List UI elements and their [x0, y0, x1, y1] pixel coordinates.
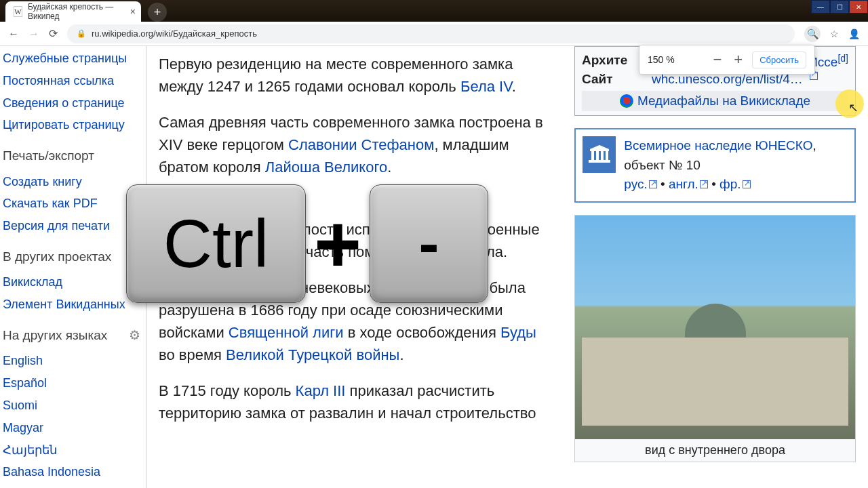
cursor-icon: ↖ [848, 100, 859, 115]
svg-rect-5 [606, 151, 608, 160]
lock-icon: 🔒 [77, 29, 86, 38]
url-text: ru.wikipedia.org/wiki/Будайская_крепость [92, 28, 257, 39]
sidebar-lang[interactable]: Bahasa Indonesia [3, 462, 140, 482]
close-window-button[interactable]: ✕ [849, 0, 868, 14]
sidebar-link[interactable]: Скачать как PDF [3, 194, 140, 214]
infobox-label-site: Сайт [582, 72, 646, 87]
sidebar-link[interactable]: Викисклад [3, 272, 140, 292]
back-button[interactable]: ← [8, 28, 19, 40]
external-link[interactable]: рус. [624, 177, 647, 191]
image-thumbnail[interactable]: вид с внутреннего двора [574, 215, 856, 462]
svg-rect-2 [591, 151, 594, 160]
svg-rect-3 [596, 151, 599, 160]
minimize-button[interactable]: — [811, 0, 830, 14]
close-tab-icon[interactable]: × [130, 6, 136, 17]
external-link-icon [743, 180, 751, 188]
browser-tab[interactable]: W Будайская крепость — Википед × [5, 1, 141, 22]
window-controls: — ☐ ✕ [811, 0, 868, 14]
sidebar-lang[interactable]: English [3, 351, 140, 371]
ctrl-key: Ctrl [126, 184, 306, 303]
bookmark-star-icon[interactable]: ☆ [830, 28, 839, 39]
infobox-label-architect: Архите [582, 53, 646, 70]
sidebar-heading-languages: На других языках ⚙ [3, 325, 140, 347]
wikilink[interactable]: Карл III [296, 382, 346, 399]
profile-icon[interactable]: 👤 [848, 28, 860, 39]
tab-title: Будайская крепость — Википед [28, 2, 121, 21]
svg-rect-4 [601, 151, 604, 160]
castle-photo [575, 216, 855, 439]
sidebar-lang[interactable]: Português [3, 485, 140, 488]
wikipedia-sidebar: Служебные страницы Постоянная ссылка Све… [0, 46, 146, 488]
browser-toolbar: ← → ⟳ 🔒 ru.wikipedia.org/wiki/Будайская_… [0, 22, 868, 46]
commons-icon [620, 94, 633, 108]
external-link[interactable]: англ. [669, 177, 698, 191]
external-link-icon [649, 180, 657, 188]
sidebar-lang[interactable]: Español [3, 373, 140, 393]
minus-key: - [370, 184, 488, 303]
forward-button[interactable]: → [28, 28, 39, 40]
image-caption: вид с внутреннего двора [575, 439, 855, 462]
sidebar-link[interactable]: Цитировать страницу [3, 115, 140, 135]
wikilink[interactable]: Буды [500, 324, 536, 341]
zoom-value: 150 % [648, 54, 703, 65]
zoom-popup: 150 % − + Сбросить [639, 45, 815, 75]
sidebar-heading-projects: В других проектах [3, 247, 140, 268]
zoom-reset-button[interactable]: Сбросить [752, 52, 806, 68]
svg-rect-1 [590, 149, 609, 151]
browser-tab-strip: W Будайская крепость — Википед × + — ☐ ✕ [0, 0, 868, 22]
wikilink[interactable]: Великой Турецкой войны [226, 346, 399, 363]
zoom-indicator-icon[interactable]: 🔍 [804, 26, 821, 42]
sidebar-link[interactable]: Постоянная ссылка [3, 71, 140, 91]
svg-marker-6 [590, 145, 609, 149]
sidebar-heading-print: Печать/экспорт [3, 146, 140, 167]
new-tab-button[interactable]: + [148, 3, 167, 22]
external-link[interactable]: фр. [719, 177, 741, 191]
zoom-in-button[interactable]: + [731, 51, 745, 68]
external-link-icon [700, 180, 708, 188]
unesco-box: Всемирное наследие ЮНЕСКО, объект № 10 р… [574, 128, 856, 203]
wikilink[interactable]: Всемирное наследие ЮНЕСКО [624, 138, 812, 152]
svg-rect-0 [589, 160, 610, 163]
address-bar[interactable]: 🔒 ru.wikipedia.org/wiki/Будайская_крепос… [67, 24, 795, 43]
wikilink[interactable]: Славонии Стефаном [288, 136, 434, 153]
sidebar-link[interactable]: Сведения о странице [3, 94, 140, 113]
sidebar-lang[interactable]: Հայերեն [3, 441, 140, 460]
reload-button[interactable]: ⟳ [49, 27, 58, 40]
gear-icon[interactable]: ⚙ [129, 325, 140, 346]
wikilink[interactable]: Священной лиги [229, 324, 344, 341]
unesco-logo-icon [583, 136, 616, 173]
wikipedia-favicon: W [14, 6, 22, 17]
sidebar-lang[interactable]: Suomi [3, 396, 140, 415]
zoom-out-button[interactable]: − [710, 51, 724, 68]
sidebar-link[interactable]: Элемент Викиданных [3, 295, 140, 314]
sidebar-link[interactable]: Версия для печати [3, 216, 140, 236]
sidebar-link[interactable]: Создать книгу [3, 172, 140, 192]
sidebar-link[interactable]: Служебные страницы [3, 49, 140, 68]
commons-link[interactable]: Медиафайлы на Викискладе [582, 91, 848, 111]
plus-symbol: + [314, 197, 361, 291]
wikilink[interactable]: Лайоша Великого [265, 159, 387, 176]
wikilink[interactable]: Бела IV [460, 78, 512, 95]
maximize-button[interactable]: ☐ [830, 0, 849, 14]
keyboard-shortcut-overlay: Ctrl + - [126, 184, 488, 303]
sidebar-lang[interactable]: Magyar [3, 418, 140, 438]
